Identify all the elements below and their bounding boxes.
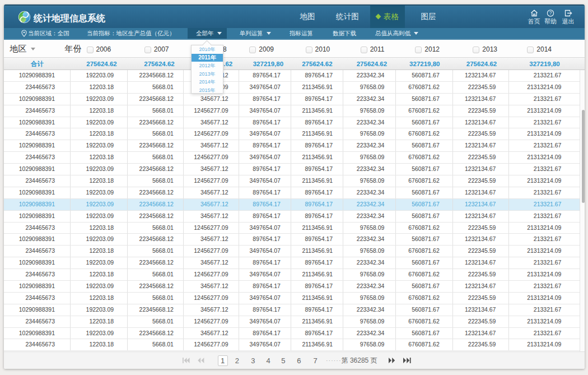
svg-text:?: ? xyxy=(549,10,552,16)
